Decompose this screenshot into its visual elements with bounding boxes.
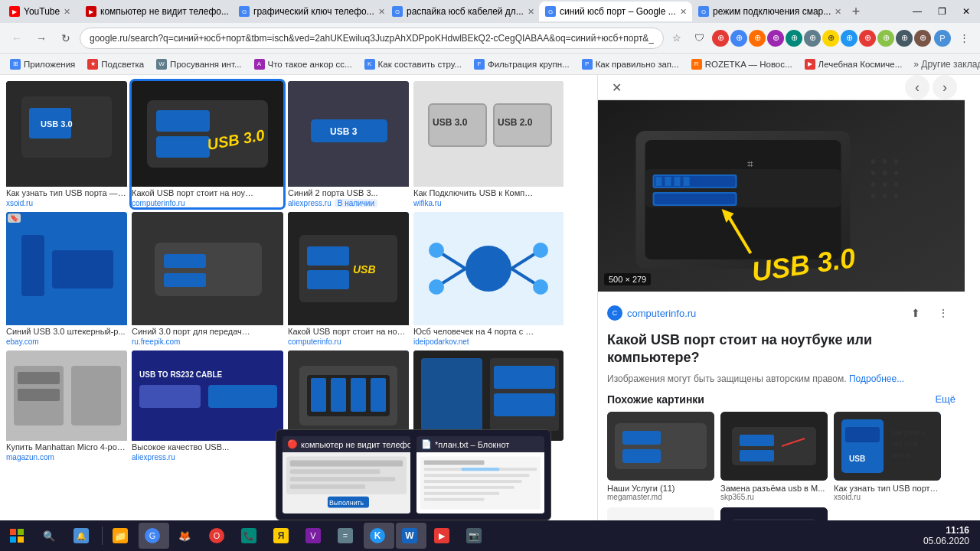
image-item-6[interactable]: Синий 3.0 порт для передачи данн... ru.f… [132, 212, 283, 346]
detail-source-link[interactable]: C computerinfo.ru [607, 305, 696, 321]
tab-mode[interactable]: G режим подключения смар... ✕ [692, 2, 845, 21]
svg-rect-115 [290, 469, 381, 474]
address-bar-input[interactable] [80, 28, 664, 49]
svg-rect-57 [421, 358, 482, 431]
extension-icon-2[interactable]: ⊕ [730, 30, 747, 47]
bookmark-more[interactable]: » Другие закладки [909, 57, 980, 71]
similar-item-1[interactable]: Наши Услуги (11) megamaster.md [607, 412, 714, 501]
taskbar-date-text: 05.06.2020 [923, 536, 969, 546]
tab-close-blue-usb[interactable]: ✕ [680, 7, 687, 17]
image-item-12[interactable] [413, 350, 564, 441]
taskbar-calc-button[interactable]: = [332, 523, 362, 549]
popup-item-2[interactable]: 📄 *план.txt – Блокнот [416, 436, 544, 514]
image-item-2[interactable]: USB 3.0 Какой USB порт стоит на ноутбуке… [132, 81, 283, 207]
image-item-5[interactable]: 🔖 Синий USB 3.0 штекерный-р... ebay.com [6, 212, 127, 346]
tab-close-graphic[interactable]: ✕ [378, 7, 385, 17]
extension-icon-11[interactable]: ⊕ [896, 30, 913, 47]
taskbar-camera-button[interactable]: 📷 [460, 523, 491, 549]
more-options-button[interactable]: ⋮ [931, 301, 956, 325]
extension-icon-7[interactable]: ⊕ [822, 30, 839, 47]
bookmark-structura[interactable]: K Как составить стру... [359, 57, 467, 71]
taskbar-files-button[interactable]: 📁 [106, 523, 137, 549]
image-item-3[interactable]: USB 3 Синий 2 порта USB 3... aliexpress.… [288, 81, 409, 207]
window-close-button[interactable]: ✕ [956, 3, 977, 20]
bookmark-label-structura: Как составить стру... [378, 60, 462, 69]
taskbar-notification-button[interactable]: 🔔 [67, 523, 98, 549]
taskbar-media-button[interactable]: ▶ [428, 523, 459, 549]
bookmark-rozetka[interactable]: R ROZETKA — Новос... [686, 57, 798, 71]
extension-icon-3[interactable]: ⊕ [749, 30, 766, 47]
forward-button[interactable]: → [31, 28, 52, 49]
extension-icon-12[interactable]: ⊕ [914, 30, 931, 47]
image-item-4[interactable]: USB 3.0 USB 2.0 Как Подключить USB к Ком… [413, 81, 564, 207]
image-placeholder-7: USB [288, 212, 409, 325]
extension-icon-4[interactable]: ⊕ [767, 30, 784, 47]
taskbar-word-button[interactable]: W [396, 523, 426, 549]
back-button[interactable]: ← [6, 28, 28, 49]
taskbar-kaspersky-button[interactable]: K [364, 523, 394, 549]
image-item-8[interactable]: Юсб человечек на 4 порта с час... ideipo… [413, 212, 564, 346]
copyright-more-link[interactable]: Подробнее... [849, 373, 904, 384]
extension-icon-10[interactable]: ⊕ [877, 30, 894, 47]
new-tab-button[interactable]: + [845, 2, 867, 21]
similar-label-1: Наши Услуги (11) [607, 484, 714, 493]
taskbar-search-button[interactable]: 🔍 [35, 523, 66, 549]
tab-close-youtube[interactable]: ✕ [64, 7, 70, 17]
tab-close-mode[interactable]: ✕ [835, 7, 841, 17]
svg-text:Выполнить: Выполнить [329, 499, 364, 507]
svg-rect-53 [331, 378, 346, 412]
extension-icon-6[interactable]: ⊕ [804, 30, 821, 47]
share-button[interactable]: ⬆ [903, 301, 928, 325]
calculator-icon: = [338, 528, 353, 543]
detail-prev-button[interactable]: ‹ [905, 75, 929, 99]
extension-icon-1[interactable]: ⊕ [712, 30, 729, 47]
image-item-10[interactable]: USB TO RS232 CABLE Высокое качество USB.… [132, 350, 283, 461]
svg-rect-48 [208, 385, 277, 408]
taskbar-viber-button[interactable]: V [299, 523, 330, 549]
bookmark-kak-pravilno[interactable]: P Как правильно зап... [577, 57, 684, 71]
similar-more-link[interactable]: Ещё [935, 393, 956, 405]
detail-next-button[interactable]: › [933, 75, 957, 99]
bookmark-filtraciya[interactable]: F Фильтрация крупн... [469, 57, 575, 71]
extension-icon-9[interactable]: ⊕ [859, 30, 876, 47]
image-item-1[interactable]: USB 3.0 Как узнать тип USB порта — 2.0 .… [6, 81, 127, 207]
svg-point-31 [466, 246, 511, 292]
maximize-button[interactable]: ❐ [931, 3, 952, 20]
taskbar-call-button[interactable]: 📞 [235, 523, 266, 549]
bookmark-ankor[interactable]: A Что такое анкор сс... [249, 57, 358, 71]
svg-text:USB TO RS232 CABLE: USB TO RS232 CABLE [139, 370, 223, 379]
tab-blue-usb[interactable]: G синий юсб порт – Google ... ✕ [539, 2, 692, 21]
image-item-7[interactable]: USB Какой USB порт стоит на ноут... comp… [288, 212, 409, 346]
image-item-9[interactable]: Купить Manhattan Micro 4-port USB... mag… [6, 350, 127, 461]
tab-computer[interactable]: ▶ компьютер не видит телефо... ✕ [80, 2, 233, 21]
extension-icon-8[interactable]: ⊕ [841, 30, 858, 47]
taskbar-yandex-button[interactable]: Я [267, 523, 298, 549]
popup-item-1[interactable]: 🔴 компьютер не видит телефо... Выполнить [283, 436, 410, 514]
taskbar-opera-button[interactable]: O [203, 523, 234, 549]
tab-youtube[interactable]: ▶ YouTube ✕ [3, 2, 80, 21]
bookmark-apps[interactable]: ⊞ Приложения [5, 57, 80, 71]
detail-image-container[interactable]: USB 3.0 ⌗ 500 [598, 100, 965, 292]
minimize-button[interactable]: — [906, 3, 928, 20]
bookmark-lechebnaya[interactable]: ▶ Лечебная Космиче... [799, 57, 908, 71]
bookmark-label-ankor: Что такое анкор сс... [268, 60, 352, 69]
taskbar-start-button[interactable] [3, 523, 34, 549]
profile-avatar[interactable]: P [934, 30, 951, 47]
bookmark-favicon-apps: ⊞ [10, 59, 21, 70]
reload-button[interactable]: ↻ [55, 28, 77, 49]
taskbar-firefox-button[interactable]: 🦊 [171, 523, 201, 549]
bookmark-podsveta[interactable]: ★ Подсветка [82, 57, 149, 71]
tab-graphic[interactable]: G графический ключ телефо... ✕ [233, 2, 386, 21]
menu-button[interactable]: ⋮ [954, 28, 974, 48]
taskbar-browser-button[interactable]: G [139, 523, 169, 549]
tab-close-cable[interactable]: ✕ [528, 7, 534, 17]
tab-cable[interactable]: G распайка юсб кабелей дл... ✕ [386, 2, 539, 21]
similar-item-3[interactable]: USB Как узнать тип USB порта... Как узна… [834, 412, 941, 501]
svg-rect-67 [656, 177, 662, 186]
bookmark-star-button[interactable]: ☆ [667, 28, 687, 48]
extension-icon-5[interactable]: ⊕ [786, 30, 802, 47]
bookmark-prosuvanie[interactable]: W Просування инт... [151, 57, 247, 71]
image-label-2: Какой USB порт стоит на ноутбуке и... [132, 187, 254, 199]
detail-close-button[interactable]: ✕ [606, 77, 627, 98]
similar-item-2[interactable]: Замена разъёма usb в М... skp365.ru [720, 412, 828, 501]
